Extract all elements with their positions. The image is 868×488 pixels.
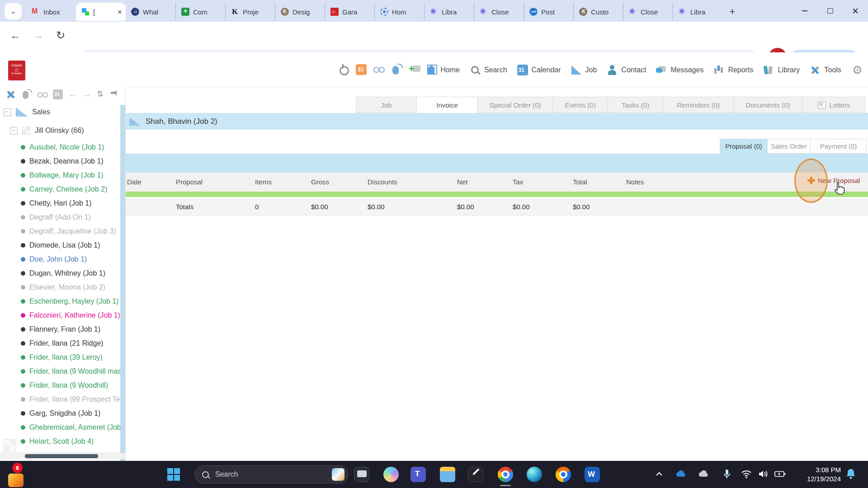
- tab-close-icon[interactable]: ×: [118, 8, 122, 16]
- client-item[interactable]: Frider, Ilana (9 Woodhill): [0, 378, 120, 392]
- tab-letters[interactable]: Letters: [802, 97, 866, 113]
- mouse-icon[interactable]: [391, 64, 403, 75]
- client-item[interactable]: Ausubel, Nicole (Job 1): [0, 140, 120, 154]
- sidebar-horizontal-scrollbar[interactable]: [0, 453, 126, 459]
- client-item[interactable]: Degraff (Add-On 1): [0, 210, 120, 224]
- nav-home[interactable]: Home: [426, 65, 460, 75]
- browser-tab[interactable]: Post: [524, 3, 573, 21]
- sidebar-vertical-scrollbar[interactable]: [120, 105, 125, 488]
- client-item[interactable]: Ghebremicael, Asmeret (Job 1: [0, 420, 120, 434]
- notifications-bell-icon[interactable]: [844, 468, 857, 480]
- maximize-button[interactable]: [817, 0, 843, 22]
- tab-reminders-[interactable]: Reminders (0): [663, 97, 734, 113]
- cloud-grey-icon[interactable]: [697, 469, 710, 479]
- collapse-icon[interactable]: [4, 108, 11, 116]
- client-item[interactable]: Frider, Ilana (9 Woodhill maste: [0, 364, 120, 378]
- client-item[interactable]: Doe, John (Job 1): [0, 252, 120, 266]
- tab-tasks-[interactable]: Tasks (0): [608, 97, 663, 113]
- reload-icon[interactable]: ↻: [56, 29, 65, 42]
- browser-tab[interactable]: Libra: [673, 3, 722, 21]
- tree-node-salesperson[interactable]: Jill Olinsky (66): [10, 127, 84, 135]
- pin-icon[interactable]: [108, 89, 119, 100]
- client-item[interactable]: Chetty, Hari (Job 1): [0, 196, 120, 210]
- teams-taskbar-icon[interactable]: [410, 467, 426, 482]
- refresh-icon[interactable]: ⇅: [97, 89, 104, 100]
- client-item[interactable]: Diomede, Lisa (Job 1): [0, 238, 120, 252]
- nav-reports[interactable]: Reports: [713, 65, 753, 75]
- browser-tab[interactable]: [×: [76, 3, 126, 21]
- mouse-icon[interactable]: [21, 89, 32, 100]
- subtab-payment-[interactable]: Payment (0): [811, 139, 867, 154]
- tab-special-order-[interactable]: Special Order (0): [478, 97, 553, 113]
- gear-icon[interactable]: ⚙: [852, 65, 863, 75]
- nav-contact[interactable]: Contact: [607, 65, 646, 75]
- browser-tab[interactable]: Desig: [275, 3, 325, 21]
- browser-tab[interactable]: Close: [623, 3, 673, 21]
- binoculars-icon[interactable]: [37, 89, 48, 100]
- nav-tools[interactable]: Tools: [810, 65, 841, 75]
- client-item[interactable]: Bezak, Deanna (Job 1): [0, 154, 120, 168]
- tree-node-sales[interactable]: Sales: [4, 108, 50, 117]
- client-item[interactable]: Frider, Ilana (21 Ridge): [0, 336, 120, 350]
- start-button[interactable]: [167, 468, 173, 474]
- browser-tab[interactable]: Hom: [374, 3, 424, 21]
- client-item[interactable]: Dugan, Whitney (Job 1): [0, 266, 120, 280]
- microphone-icon[interactable]: [722, 469, 732, 480]
- client-item[interactable]: Heiart, Scott (Job 4): [0, 434, 120, 448]
- collapse-icon[interactable]: [10, 127, 18, 135]
- copilot-taskbar-icon[interactable]: [383, 467, 399, 482]
- tray-chevron-up-icon[interactable]: [654, 469, 665, 479]
- close-button[interactable]: ✕: [843, 0, 868, 22]
- nav-search[interactable]: Search: [470, 65, 507, 75]
- pen-taskbar-icon[interactable]: [468, 467, 483, 482]
- nav-library[interactable]: Library: [763, 65, 800, 75]
- widgets-button[interactable]: [8, 474, 24, 487]
- new-tab-button[interactable]: +: [726, 5, 739, 18]
- subtab-sales-order[interactable]: Sales Order: [768, 139, 811, 154]
- browser-tab[interactable]: Libra: [424, 3, 474, 21]
- client-item[interactable]: Carney, Chelsea (Job 2): [0, 182, 120, 196]
- client-item[interactable]: Falconieri, Katherine (Job 1): [0, 308, 120, 322]
- tab-documents-[interactable]: Documents (0): [734, 97, 802, 113]
- tab-invoice[interactable]: Invoice: [417, 97, 478, 113]
- browser-tab[interactable]: Custo: [573, 3, 623, 21]
- browser-tab[interactable]: Gara: [325, 3, 374, 21]
- nav-job[interactable]: Job: [571, 65, 597, 75]
- tab-job[interactable]: Job: [356, 97, 417, 113]
- calendar-icon[interactable]: [53, 89, 63, 99]
- browser-tab[interactable]: Whal: [126, 3, 175, 21]
- tools-icon[interactable]: [5, 89, 16, 100]
- client-item[interactable]: Frider, Ilana (39 Leroy): [0, 350, 120, 364]
- edge-taskbar-icon[interactable]: [527, 467, 542, 482]
- explorer-taskbar-icon[interactable]: [440, 467, 455, 482]
- client-item[interactable]: Garg, Snigdha (Job 1): [0, 406, 120, 420]
- forward-icon[interactable]: →: [33, 29, 43, 42]
- tab-search-chevron-icon[interactable]: ⌄: [5, 3, 22, 19]
- browser-tab[interactable]: Proje: [225, 3, 275, 21]
- arrow-left-icon[interactable]: ←: [68, 89, 77, 100]
- onedrive-cloud-icon[interactable]: [675, 469, 687, 479]
- client-item[interactable]: Degraff, Jacqueline (Job 3): [0, 224, 120, 238]
- browser-tab[interactable]: Close: [474, 3, 524, 21]
- chat-add-icon[interactable]: [409, 64, 421, 75]
- nav-calendar[interactable]: Calendar: [517, 65, 561, 75]
- client-item[interactable]: Elsevier, Moona (Job 2): [0, 280, 120, 294]
- taskview-taskbar-icon[interactable]: [354, 467, 369, 482]
- search-highlight-thumbnail[interactable]: [332, 468, 344, 481]
- client-item[interactable]: Flannery, Fran (Job 1): [0, 322, 120, 336]
- chrome-taskbar-icon[interactable]: [498, 467, 513, 482]
- clock[interactable]: 3:08 PM 12/19/2024: [790, 465, 841, 483]
- browser-tab[interactable]: Inbox: [26, 3, 76, 21]
- tab-events-[interactable]: Events (0): [553, 97, 608, 113]
- chrome2-taskbar-icon[interactable]: [556, 467, 571, 482]
- taskbar-search[interactable]: Search: [194, 465, 348, 483]
- word-taskbar-icon[interactable]: [585, 467, 600, 482]
- power-icon[interactable]: [338, 64, 349, 75]
- browser-tab[interactable]: Com: [175, 3, 225, 21]
- arrow-right-icon[interactable]: →: [82, 89, 91, 100]
- scrollbar-thumb[interactable]: [25, 454, 98, 458]
- binoculars-icon[interactable]: [373, 64, 385, 75]
- back-icon[interactable]: ←: [10, 29, 21, 42]
- nav-messages[interactable]: Messages: [656, 65, 703, 75]
- client-item[interactable]: Eschenberg, Hayley (Job 1): [0, 294, 120, 308]
